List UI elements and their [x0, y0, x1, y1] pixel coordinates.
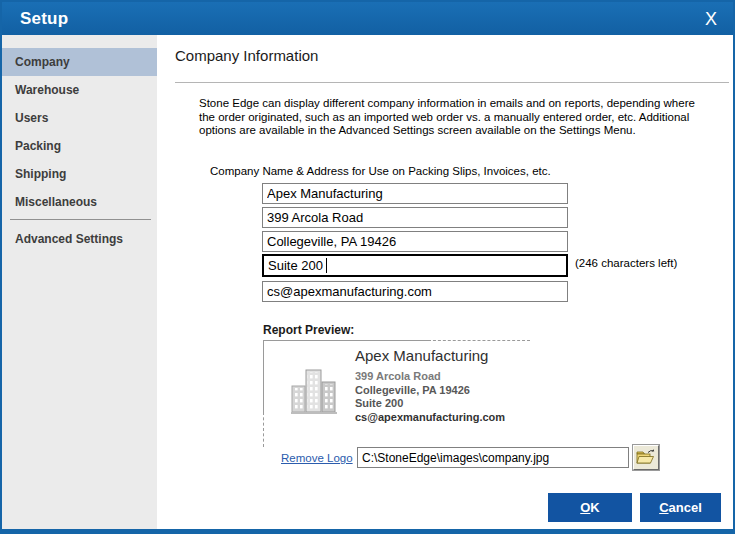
company-buildings-icon: [289, 362, 343, 422]
sidebar-item-users[interactable]: Users: [2, 104, 157, 132]
setup-dialog: Setup X Company Warehouse Users Packing …: [0, 0, 735, 534]
preview-company-block: Apex Manufacturing 399 Arcola Road Colle…: [355, 347, 505, 424]
cancel-button[interactable]: Cancel: [640, 493, 721, 522]
sidebar-item-advanced-settings[interactable]: Advanced Settings: [2, 225, 157, 253]
page-title: Company Information: [175, 47, 318, 64]
preview-address-line: 399 Arcola Road: [355, 370, 505, 384]
info4-field[interactable]: [262, 281, 568, 302]
heading-rule: [175, 82, 729, 83]
window-title: Setup: [20, 9, 68, 29]
company-panel: Company Information Stone Edge can displ…: [157, 35, 733, 529]
preview-address-line: Collegeville, PA 19426: [355, 384, 505, 398]
info3-field[interactable]: [262, 254, 568, 277]
report-preview-label: Report Preview:: [263, 323, 354, 337]
text-cursor: [326, 258, 327, 273]
ok-button[interactable]: OK: [548, 493, 632, 522]
characters-left-note: (246 characters left): [575, 257, 677, 269]
preview-border-top-dashed: [428, 340, 530, 341]
titlebar: Setup X: [2, 2, 733, 35]
open-folder-icon: [636, 448, 656, 468]
browse-logo-button[interactable]: [633, 445, 659, 470]
preview-border-left-dashed: [263, 412, 264, 447]
sidebar-divider: [10, 219, 151, 220]
sidebar: Company Warehouse Users Packing Shipping…: [2, 35, 157, 529]
remove-logo-link[interactable]: Remove Logo: [281, 452, 353, 464]
info1-field[interactable]: [262, 207, 568, 228]
report-preview-box: Apex Manufacturing 399 Arcola Road Colle…: [263, 340, 530, 447]
sidebar-item-miscellaneous[interactable]: Miscellaneous: [2, 188, 157, 216]
preview-border-left-solid: [263, 340, 264, 412]
info2-field[interactable]: [262, 231, 568, 252]
logo-path-input[interactable]: [357, 447, 629, 468]
name-field[interactable]: [262, 183, 568, 204]
preview-address-line: cs@apexmanufacturing.com: [355, 411, 505, 425]
panel-description: Stone Edge can display different company…: [199, 97, 707, 138]
preview-border-top-solid: [263, 340, 428, 341]
preview-address-line: Suite 200: [355, 397, 505, 411]
close-icon[interactable]: X: [705, 10, 717, 28]
preview-company-name: Apex Manufacturing: [355, 347, 505, 364]
sidebar-item-company[interactable]: Company: [2, 48, 157, 76]
sidebar-item-shipping[interactable]: Shipping: [2, 160, 157, 188]
sidebar-item-packing[interactable]: Packing: [2, 132, 157, 160]
form-section-label: Company Name & Address for Use on Packin…: [210, 165, 551, 177]
sidebar-item-warehouse[interactable]: Warehouse: [2, 76, 157, 104]
